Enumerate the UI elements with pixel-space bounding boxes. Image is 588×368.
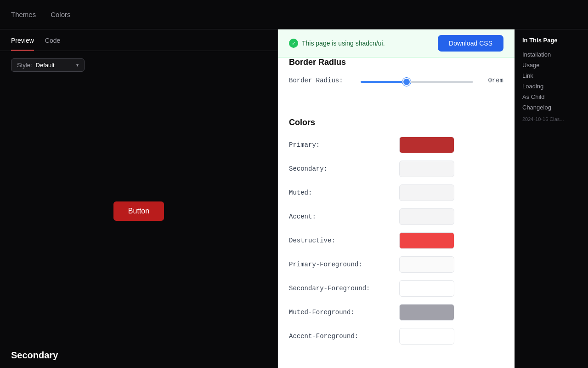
tab-preview[interactable]: Preview	[11, 29, 34, 51]
color-row-accent: Accent:	[289, 208, 503, 225]
destructive-swatch[interactable]	[399, 232, 454, 249]
accent-swatch[interactable]	[399, 208, 454, 225]
tab-code[interactable]: Code	[45, 29, 60, 51]
style-label: Style:	[17, 62, 32, 69]
radius-slider[interactable]	[361, 81, 473, 83]
primary-swatch[interactable]	[399, 137, 454, 153]
muted-swatch[interactable]	[399, 184, 454, 201]
download-css-button[interactable]: Download CSS	[438, 35, 503, 52]
radius-value: 0rem	[481, 77, 503, 84]
destructive-label: Destructive:	[289, 237, 399, 244]
colors-panel: Colors Primary: Secondary: Muted: Accent…	[278, 107, 514, 363]
preview-area: Button	[0, 79, 277, 343]
border-radius-title: Border Radius	[289, 58, 503, 67]
accent-fg-swatch[interactable]	[399, 328, 454, 345]
style-value: Default	[36, 62, 73, 69]
right-panel-link[interactable]: Link	[522, 70, 581, 81]
right-panel-as-child[interactable]: As Child	[522, 92, 581, 102]
notification-message: This page is using shadcn/ui.	[302, 40, 385, 47]
secondary-fg-swatch[interactable]	[399, 280, 454, 297]
color-row-secondary: Secondary:	[289, 161, 503, 177]
radius-label: Border Radius:	[289, 77, 353, 84]
left-panel: Preview Code Style: Default ▾ Button Sec…	[0, 29, 278, 368]
primary-fg-swatch[interactable]	[399, 256, 454, 273]
secondary-label-color: Secondary:	[289, 165, 399, 172]
preview-button[interactable]: Button	[113, 201, 164, 221]
primary-fg-label: Primary-Foreground:	[289, 261, 399, 268]
tabs-bar: Preview Code	[0, 29, 277, 51]
color-row-primary: Primary:	[289, 137, 503, 153]
right-panel-usage[interactable]: Usage	[522, 60, 581, 70]
color-row-muted-fg: Muted-Foreground:	[289, 304, 503, 321]
accent-label: Accent:	[289, 213, 399, 220]
secondary-label: Secondary	[0, 343, 277, 368]
border-radius-row: Border Radius: 0rem	[289, 76, 503, 85]
chevron-down-icon: ▾	[76, 63, 79, 68]
muted-fg-swatch[interactable]	[399, 304, 454, 321]
right-panel-changelog[interactable]: Changelog	[522, 102, 581, 113]
notification-text: ✓ This page is using shadcn/ui.	[289, 39, 385, 48]
right-panel-loading[interactable]: Loading	[522, 81, 581, 92]
style-selector-row: Style: Default ▾	[0, 51, 277, 79]
right-panel: In This Page Installation Usage Link Loa…	[514, 29, 588, 368]
color-row-muted: Muted:	[289, 184, 503, 201]
slider-container	[361, 76, 473, 85]
right-panel-date: 2024-10-16 Clas...	[522, 116, 581, 122]
main-layout: Preview Code Style: Default ▾ Button Sec…	[0, 29, 588, 368]
nav-colors[interactable]: Colors	[51, 9, 70, 20]
right-panel-installation[interactable]: Installation	[522, 49, 581, 60]
colors-title: Colors	[289, 118, 503, 127]
check-icon: ✓	[289, 39, 298, 48]
muted-label: Muted:	[289, 189, 399, 196]
color-row-primary-fg: Primary-Foreground:	[289, 256, 503, 273]
accent-fg-label: Accent-Foreground:	[289, 333, 399, 340]
center-panel: ✓ This page is using shadcn/ui. Download…	[278, 29, 514, 368]
notification-bar: ✓ This page is using shadcn/ui. Download…	[278, 29, 514, 58]
muted-fg-label: Muted-Foreground:	[289, 309, 399, 316]
nav-themes[interactable]: Themes	[11, 9, 36, 20]
color-row-accent-fg: Accent-Foreground:	[289, 328, 503, 345]
style-selector[interactable]: Style: Default ▾	[11, 58, 85, 72]
right-panel-title: In This Page	[522, 37, 581, 44]
color-row-destructive: Destructive:	[289, 232, 503, 249]
top-nav: Themes Colors	[0, 0, 588, 29]
secondary-swatch[interactable]	[399, 161, 454, 177]
primary-label: Primary:	[289, 141, 399, 149]
secondary-fg-label: Secondary-Foreground:	[289, 285, 399, 292]
color-row-secondary-fg: Secondary-Foreground:	[289, 280, 503, 297]
border-radius-section: Border Radius Border Radius: 0rem	[278, 58, 514, 107]
